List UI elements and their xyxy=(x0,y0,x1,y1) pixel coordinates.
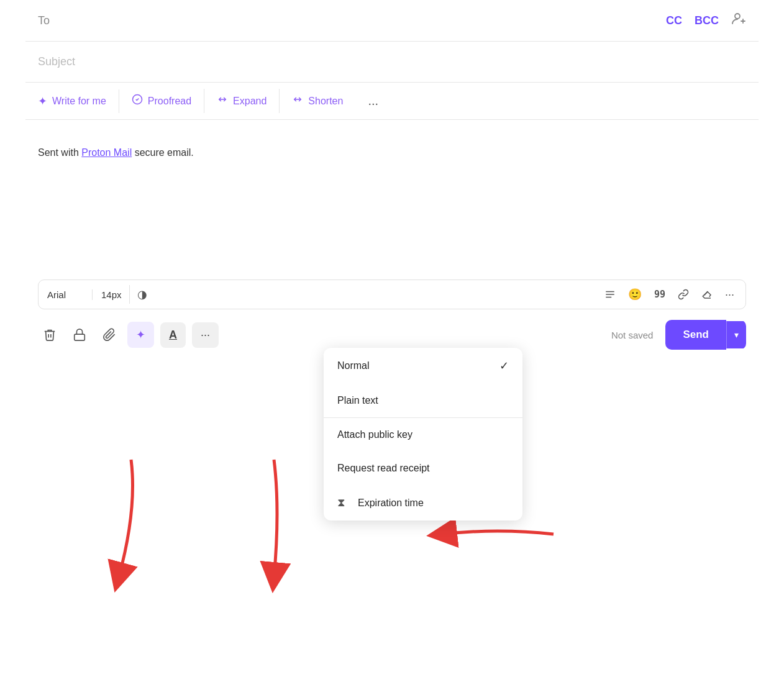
lock-button[interactable] xyxy=(68,323,91,347)
align-button[interactable] xyxy=(602,286,618,302)
email-body-text: Sent with xyxy=(38,147,81,158)
to-label: To xyxy=(38,14,666,27)
sparkle-icon: ✦ xyxy=(136,329,145,341)
emoji-button[interactable]: 🙂 xyxy=(626,285,644,304)
expand-icon xyxy=(217,94,228,108)
bcc-button[interactable]: BCC xyxy=(695,14,719,27)
send-button[interactable]: Send xyxy=(665,320,726,350)
quote-icon: 99 xyxy=(654,289,665,300)
composer: To CC BCC Subject ✦ Write for me xyxy=(25,0,759,368)
bottom-bar: ✦ A ··· Not saved Send ▾ xyxy=(38,320,746,350)
expand-button[interactable]: Expand xyxy=(204,89,280,113)
chevron-down-icon: ▾ xyxy=(734,330,739,340)
more-format-button[interactable]: ··· xyxy=(722,286,737,304)
ai-more-button[interactable]: ... xyxy=(355,89,391,113)
dropdown-normal-label: Normal xyxy=(337,360,370,371)
text-format-icon: A xyxy=(169,329,177,341)
timer-icon: ⧗ xyxy=(337,496,345,509)
svg-rect-10 xyxy=(75,334,85,340)
proofread-button[interactable]: Proofread xyxy=(119,89,204,113)
send-button-group: Send ▾ xyxy=(665,320,746,350)
dropdown-menu: Normal ✓ Plain text Attach public key Re… xyxy=(324,348,522,521)
dropdown-item-normal[interactable]: Normal ✓ xyxy=(324,348,522,384)
proton-mail-link[interactable]: Proton Mail xyxy=(81,147,132,158)
contrast-button[interactable]: ◑ xyxy=(129,285,150,304)
shorten-icon xyxy=(292,94,303,108)
to-actions: CC BCC xyxy=(666,11,746,30)
svg-point-0 xyxy=(735,14,740,19)
eraser-button[interactable] xyxy=(699,286,715,302)
subject-row[interactable]: Subject xyxy=(25,42,759,83)
quote-button[interactable]: 99 xyxy=(652,286,668,302)
subject-placeholder: Subject xyxy=(38,55,75,68)
check-circle-icon xyxy=(132,94,143,108)
dropdown-item-attach-key[interactable]: Attach public key xyxy=(324,418,522,452)
send-dropdown-button[interactable]: ▾ xyxy=(726,321,746,348)
delete-button[interactable] xyxy=(38,323,62,347)
link-button[interactable] xyxy=(675,286,691,302)
more-options-button[interactable]: ··· xyxy=(192,322,219,348)
format-toolbar: Arial 14px ◑ 🙂 99 ··· xyxy=(38,280,746,309)
dropdown-item-plain-text[interactable]: Plain text xyxy=(324,384,522,417)
to-row: To CC BCC xyxy=(25,0,759,42)
check-icon: ✓ xyxy=(499,359,509,373)
attach-button[interactable] xyxy=(98,323,121,347)
add-contact-icon[interactable] xyxy=(731,11,746,30)
dropdown-expiration-label: Expiration time xyxy=(358,498,424,509)
font-name[interactable]: Arial xyxy=(47,289,84,300)
shorten-button[interactable]: Shorten xyxy=(280,89,355,113)
ai-toolbar: ✦ Write for me Proofread Expand xyxy=(25,83,759,120)
shorten-label: Shorten xyxy=(308,96,343,107)
write-for-me-label: Write for me xyxy=(52,96,106,107)
cc-button[interactable]: CC xyxy=(666,14,682,27)
not-saved-status: Not saved xyxy=(225,330,653,340)
svg-line-9 xyxy=(704,292,708,296)
text-format-button[interactable]: A xyxy=(160,322,186,348)
dropdown-item-expiration[interactable]: ⧗ Expiration time xyxy=(324,485,522,521)
red-arrow-2 xyxy=(249,460,299,584)
write-for-me-button[interactable]: ✦ Write for me xyxy=(38,89,119,113)
red-arrow-1 xyxy=(100,460,150,584)
sparkle-icon: ✦ xyxy=(38,94,47,108)
dropdown-item-read-receipt[interactable]: Request read receipt xyxy=(324,452,522,485)
more-icon: ··· xyxy=(201,329,210,341)
proofread-label: Proofread xyxy=(148,96,191,107)
font-size[interactable]: 14px xyxy=(92,289,122,300)
dropdown-read-receipt-label: Request read receipt xyxy=(337,463,430,474)
dropdown-plain-text-label: Plain text xyxy=(337,395,378,406)
expand-label: Expand xyxy=(233,96,267,107)
ai-magic-button[interactable]: ✦ xyxy=(127,322,154,348)
dropdown-attach-key-label: Attach public key xyxy=(337,429,413,440)
email-body-suffix: secure email. xyxy=(132,147,194,158)
